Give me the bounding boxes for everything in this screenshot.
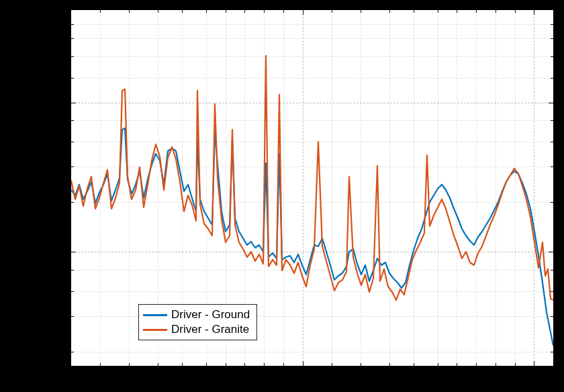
legend-item-ground: Driver - Ground (143, 307, 250, 322)
legend-swatch-ground (143, 314, 167, 316)
legend-label-granite: Driver - Granite (171, 323, 249, 336)
legend-label-ground: Driver - Ground (171, 308, 250, 322)
legend-swatch-granite (143, 329, 167, 331)
series-granite (71, 56, 553, 300)
plot-area: Driver - Ground Driver - Granite (70, 9, 554, 366)
legend: Driver - Ground Driver - Granite (138, 304, 257, 340)
legend-item-granite: Driver - Granite (143, 322, 250, 337)
